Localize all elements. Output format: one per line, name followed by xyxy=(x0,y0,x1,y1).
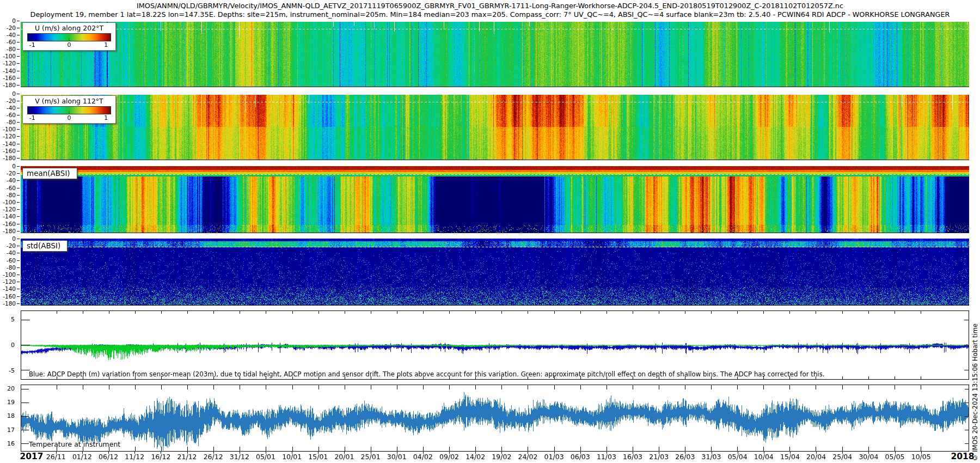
x-axis-dates: 2017 2018 26/1101/1206/1211/1216/1221/12… xyxy=(21,452,969,462)
x-tick-label: 25/01 xyxy=(361,453,381,461)
y-tick-mark xyxy=(17,239,20,239)
y-tick-mark xyxy=(17,56,20,57)
colorbar-zero-tick xyxy=(69,38,70,41)
depth-variation-annotation: Blue: ADCP Depth (m) variation from sens… xyxy=(29,370,825,378)
y-tick-label: -160 xyxy=(0,221,16,227)
x-tick-label: 19/02 xyxy=(492,453,511,461)
x-tick-label: 06/03 xyxy=(571,453,590,461)
y-tick-label: 19 xyxy=(0,399,15,406)
x-tick-label: 20/04 xyxy=(806,453,826,461)
y-tick-label: -40 xyxy=(0,105,16,111)
temperature-axis: 2019181716 xyxy=(0,385,20,452)
y-tick-label: -180 xyxy=(0,82,16,88)
v-velocity-frame: V (m/s) along 112°T -1 0 1 xyxy=(21,94,969,160)
y-tick-mark xyxy=(17,136,20,137)
x-tick-label: 30/01 xyxy=(387,453,407,461)
x-tick-label: 16/03 xyxy=(623,453,642,461)
y-tick-label: -80 xyxy=(0,192,16,198)
y-tick-label: -140 xyxy=(0,68,16,74)
y-tick-label: 5 xyxy=(0,316,15,323)
panel-mean-absi: 0-20-40-60-80-100-120-140-160-180 mean(A… xyxy=(0,166,980,233)
y-tick-label: 18 xyxy=(0,413,15,419)
y-tick-mark xyxy=(17,253,20,253)
colorbar-tick-label: 0 xyxy=(68,41,71,48)
v-colorbar-legend: V (m/s) along 112°T -1 0 1 xyxy=(22,95,116,124)
y-tick-mark xyxy=(17,35,20,35)
x-tick-label: 01/12 xyxy=(72,453,92,461)
y-tick-mark xyxy=(17,94,20,94)
y-tick-label: -80 xyxy=(0,264,16,271)
y-tick-mark xyxy=(17,129,20,130)
v-colorbar-gradient xyxy=(27,106,111,114)
y-tick-label: -20 xyxy=(0,98,16,104)
y-tick-label: -80 xyxy=(0,46,16,52)
y-tick-label: -80 xyxy=(0,119,16,125)
y-tick-label: -160 xyxy=(0,293,16,300)
colorbar-zero-tick xyxy=(69,111,70,114)
y-tick-mark xyxy=(17,63,20,64)
v-colorbar-tick-row: -1 0 1 xyxy=(27,114,111,121)
y-tick-label: -20 xyxy=(0,25,16,31)
y-tick-mark xyxy=(17,144,20,144)
mean-absi-label: mean(ABSI) xyxy=(22,168,77,179)
y-tick-label: -120 xyxy=(0,60,16,66)
u-colorbar-legend: U (m/s) along 202°T -1 0 1 xyxy=(22,22,116,51)
y-tick-mark xyxy=(17,71,20,71)
u-colorbar-tick-row: -1 0 1 xyxy=(27,41,111,48)
y-tick-mark xyxy=(17,101,20,101)
y-tick-mark xyxy=(17,42,20,42)
depth-variation-axis: 50-5 xyxy=(0,310,20,380)
year-label-start: 2017 xyxy=(20,452,43,461)
y-tick-mark xyxy=(17,216,20,217)
y-tick-label: -140 xyxy=(0,213,16,220)
panel-u-velocity: 0-20-40-60-80-100-120-140-160-180 U (m/s… xyxy=(0,21,980,87)
depth-variation-lineplot xyxy=(21,311,969,379)
y-tick-label: -140 xyxy=(0,141,16,147)
y-tick-mark xyxy=(17,158,20,159)
y-tick-label: 0 xyxy=(0,163,16,169)
y-tick-label: -100 xyxy=(0,199,16,205)
u-velocity-frame: U (m/s) along 202°T -1 0 1 xyxy=(21,21,969,87)
y-tick-label: 0 xyxy=(0,17,16,24)
mean-absi-depth-axis: 0-20-40-60-80-100-120-140-160-180 xyxy=(0,166,20,233)
panel-depth-variation: 50-5 Blue: ADCP Depth (m) variation from… xyxy=(0,310,980,380)
y-tick-mark xyxy=(17,202,20,203)
y-tick-label: -100 xyxy=(0,271,16,278)
y-tick-label: -60 xyxy=(0,185,16,191)
x-tick-label: 05/05 xyxy=(885,453,905,461)
y-tick-mark xyxy=(17,224,20,224)
u-colorbar-gradient xyxy=(27,33,111,41)
y-tick-mark xyxy=(17,21,20,21)
x-tick-label: 24/02 xyxy=(518,453,537,461)
adcp-deployment-figure: IMOS/ANMN/QLD/GBRMYR/Velocity/IMOS_ANMN-… xyxy=(0,0,980,463)
std-absi-frame: std(ABSI) xyxy=(21,239,969,306)
y-tick-mark xyxy=(17,108,20,108)
y-tick-label: -180 xyxy=(0,155,16,161)
colorbar-tick-label: 0 xyxy=(68,114,71,121)
y-tick-mark xyxy=(17,231,20,232)
x-tick-label: 31/12 xyxy=(230,453,249,461)
copyright-vertical-text: © IMOS 20-Dec-2024 13:15:06 Hobart time xyxy=(971,324,979,461)
x-tick-label: 20/01 xyxy=(334,453,354,461)
y-tick-label: -120 xyxy=(0,206,16,212)
y-tick-label: -20 xyxy=(0,242,16,249)
y-tick-mark xyxy=(17,260,20,261)
std-absi-heatmap xyxy=(21,239,969,305)
std-absi-label: std(ABSI) xyxy=(22,240,68,252)
colorbar-tick-label: 1 xyxy=(104,41,108,48)
y-tick-label: -60 xyxy=(0,112,16,118)
x-tick-label: 31/03 xyxy=(702,453,721,461)
temperature-frame: Temperature at instrument xyxy=(21,385,969,452)
x-tick-label: 04/02 xyxy=(413,453,433,461)
y-tick-mark xyxy=(17,122,20,123)
temperature-lineplot xyxy=(21,385,969,451)
x-tick-label: 25/04 xyxy=(832,453,852,461)
x-tick-label: 15/04 xyxy=(780,453,800,461)
u-velocity-heatmap xyxy=(21,21,969,87)
std-absi-depth-axis: 0-20-40-60-80-100-120-140-160-180 xyxy=(0,239,20,306)
y-tick-label: -100 xyxy=(0,126,16,132)
y-tick-mark xyxy=(17,246,20,246)
y-tick-mark xyxy=(17,115,20,115)
x-tick-label: 10/04 xyxy=(754,453,774,461)
u-depth-axis: 0-20-40-60-80-100-120-140-160-180 xyxy=(0,21,20,87)
